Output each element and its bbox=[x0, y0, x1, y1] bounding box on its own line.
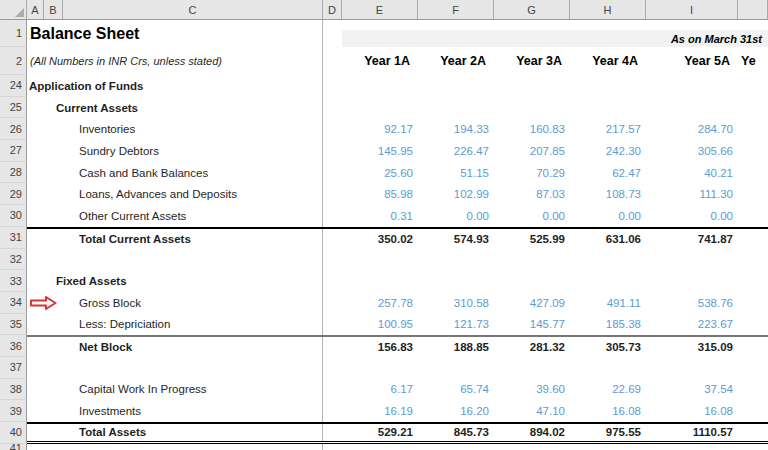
cell-value-26-3[interactable]: 160.83 bbox=[494, 118, 570, 140]
cell-d40[interactable] bbox=[323, 424, 342, 441]
cell-label-33[interactable]: Fixed Assets bbox=[27, 270, 323, 292]
cell-value-25-5[interactable] bbox=[646, 97, 738, 119]
cell-d31[interactable] bbox=[323, 229, 342, 249]
cell-value-25-2[interactable] bbox=[418, 97, 494, 119]
cell-value-40-4[interactable]: 975.55 bbox=[570, 424, 646, 441]
column-header-H[interactable]: H bbox=[570, 0, 646, 19]
cell-d2[interactable] bbox=[323, 47, 342, 75]
cell-value-35-4[interactable]: 185.38 bbox=[570, 314, 646, 336]
cell-value-37-5[interactable] bbox=[646, 357, 738, 379]
cell-value-30-4[interactable]: 0.00 bbox=[570, 205, 646, 227]
cell-j29[interactable] bbox=[738, 183, 768, 205]
cell-value-32-4[interactable] bbox=[570, 249, 646, 271]
cell-value-26-5[interactable]: 284.70 bbox=[646, 118, 738, 140]
cell-value-29-1[interactable]: 85.98 bbox=[342, 183, 418, 205]
cell-value-37-1[interactable] bbox=[342, 357, 418, 379]
cell-value-25-1[interactable] bbox=[342, 97, 418, 119]
row-header-2[interactable]: 2 bbox=[0, 47, 27, 75]
cell-value-27-1[interactable]: 145.95 bbox=[342, 140, 418, 162]
row-header-26[interactable]: 26 bbox=[0, 118, 27, 140]
cell-value-36-4[interactable]: 305.73 bbox=[570, 337, 646, 357]
cell-j28[interactable] bbox=[738, 162, 768, 184]
cell-value-40-1[interactable]: 529.21 bbox=[342, 424, 418, 441]
cell-value-35-3[interactable]: 145.77 bbox=[494, 314, 570, 336]
cell-value-31-2[interactable]: 574.93 bbox=[418, 229, 494, 249]
cell-d34[interactable] bbox=[323, 292, 342, 314]
cell-value-26-4[interactable]: 217.57 bbox=[570, 118, 646, 140]
cell-value-39-3[interactable]: 47.10 bbox=[494, 400, 570, 422]
cell-value-27-4[interactable]: 242.30 bbox=[570, 140, 646, 162]
cell-d25[interactable] bbox=[323, 97, 342, 119]
cell-value-25-4[interactable] bbox=[570, 97, 646, 119]
cell-value-28-3[interactable]: 70.29 bbox=[494, 162, 570, 184]
column-header-F[interactable]: F bbox=[418, 0, 494, 19]
cell-value-39-1[interactable]: 16.19 bbox=[342, 400, 418, 422]
cell-j34[interactable] bbox=[738, 292, 768, 314]
cell-d36[interactable] bbox=[323, 337, 342, 357]
cell-j33[interactable] bbox=[738, 270, 768, 292]
cell-value-31-4[interactable]: 631.06 bbox=[570, 229, 646, 249]
cell-value-33-2[interactable] bbox=[418, 270, 494, 292]
cell-d32[interactable] bbox=[323, 249, 342, 271]
cell-j27[interactable] bbox=[738, 140, 768, 162]
row-header-1[interactable]: 1 bbox=[0, 20, 27, 47]
cell-value-38-5[interactable]: 37.54 bbox=[646, 379, 738, 401]
cell-d29[interactable] bbox=[323, 183, 342, 205]
cell-value-34-1[interactable]: 257.78 bbox=[342, 292, 418, 314]
as-on-band[interactable]: As on March 31st bbox=[342, 30, 768, 47]
cell-value-32-5[interactable] bbox=[646, 249, 738, 271]
cell-value-29-2[interactable]: 102.99 bbox=[418, 183, 494, 205]
year-header-6-partial[interactable]: Ye bbox=[738, 47, 768, 75]
cell-value-31-3[interactable]: 525.99 bbox=[494, 229, 570, 249]
cell-d35[interactable] bbox=[323, 314, 342, 336]
row-header-25[interactable]: 25 bbox=[0, 97, 27, 119]
row-header-30[interactable]: 30 bbox=[0, 205, 27, 227]
cell-value-31-5[interactable]: 741.87 bbox=[646, 229, 738, 249]
cell-value-24-2[interactable] bbox=[418, 75, 494, 97]
column-header-D[interactable]: D bbox=[323, 0, 342, 19]
cell-d30[interactable] bbox=[323, 205, 342, 227]
cell-j39[interactable] bbox=[738, 400, 768, 422]
cell-d41[interactable] bbox=[323, 444, 342, 450]
cell-value-30-2[interactable]: 0.00 bbox=[418, 205, 494, 227]
cell-value-33-5[interactable] bbox=[646, 270, 738, 292]
cell-empty-41[interactable] bbox=[27, 444, 323, 450]
cell-value-32-3[interactable] bbox=[494, 249, 570, 271]
cell-value-41-4[interactable] bbox=[570, 444, 646, 450]
cell-j30[interactable] bbox=[738, 205, 768, 227]
cell-value-24-5[interactable] bbox=[646, 75, 738, 97]
row-header-41[interactable]: 41 bbox=[0, 444, 27, 450]
row-header-38[interactable]: 38 bbox=[0, 379, 27, 401]
cell-value-36-2[interactable]: 188.85 bbox=[418, 337, 494, 357]
cell-value-34-4[interactable]: 491.11 bbox=[570, 292, 646, 314]
cell-d24[interactable] bbox=[323, 75, 342, 97]
cell-value-34-3[interactable]: 427.09 bbox=[494, 292, 570, 314]
cell-label-26[interactable]: Inventories bbox=[27, 118, 323, 140]
cell-value-27-5[interactable]: 305.66 bbox=[646, 140, 738, 162]
cell-label-36[interactable]: Net Block bbox=[27, 337, 323, 357]
cell-value-27-2[interactable]: 226.47 bbox=[418, 140, 494, 162]
cell-j25[interactable] bbox=[738, 97, 768, 119]
cell-label-25[interactable]: Current Assets bbox=[27, 97, 323, 119]
row-header-34[interactable]: 34 bbox=[0, 292, 27, 314]
cell-value-39-4[interactable]: 16.08 bbox=[570, 400, 646, 422]
cell-j31[interactable] bbox=[738, 229, 768, 249]
cell-label-30[interactable]: Other Current Assets bbox=[27, 205, 323, 227]
units-note-cell[interactable]: (All Numbers in INR Crs, unless stated) bbox=[27, 47, 323, 75]
cell-value-33-1[interactable] bbox=[342, 270, 418, 292]
row-header-36[interactable]: 36 bbox=[0, 335, 27, 357]
column-header-A[interactable]: A bbox=[27, 0, 44, 19]
cell-value-24-1[interactable] bbox=[342, 75, 418, 97]
cell-value-29-3[interactable]: 87.03 bbox=[494, 183, 570, 205]
cell-value-38-3[interactable]: 39.60 bbox=[494, 379, 570, 401]
cell-empty-32[interactable] bbox=[27, 249, 323, 271]
column-header-C[interactable]: C bbox=[63, 0, 323, 19]
cell-value-31-1[interactable]: 350.02 bbox=[342, 229, 418, 249]
row-header-31[interactable]: 31 bbox=[0, 227, 27, 249]
cell-d33[interactable] bbox=[323, 270, 342, 292]
cell-label-27[interactable]: Sundry Debtors bbox=[27, 140, 323, 162]
cell-value-33-3[interactable] bbox=[494, 270, 570, 292]
row-header-24[interactable]: 24 bbox=[0, 75, 27, 97]
cell-d28[interactable] bbox=[323, 162, 342, 184]
cell-value-40-2[interactable]: 845.73 bbox=[418, 424, 494, 441]
